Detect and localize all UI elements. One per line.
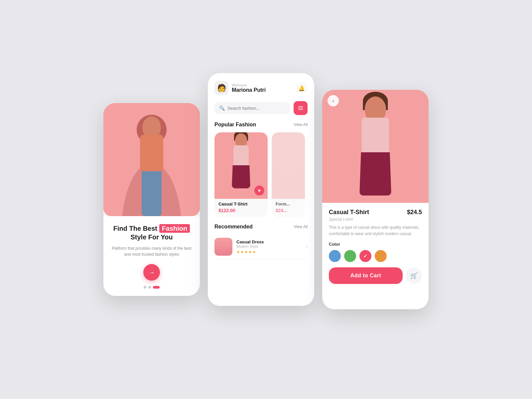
phone-main: 🧑 Welcome Mariona Putri 🔔 🔍 (208, 73, 314, 306)
search-input-wrapper[interactable]: 🔍 (214, 102, 290, 114)
phone-splash: Find The Best Fashion Style For You Plat… (103, 103, 200, 296)
detail-product-price: $24.5 (407, 209, 422, 216)
dot-3-active[interactable] (153, 286, 160, 289)
detail-hero-image: ‹ (322, 90, 429, 203)
recommended-view-all[interactable]: View All (294, 224, 308, 229)
pw-torso-1 (233, 145, 249, 169)
detail-product-header: Casual T-Shirt $24.5 (329, 209, 422, 216)
color-swatch-blue[interactable] (329, 250, 341, 262)
svg-point-1 (302, 108, 303, 109)
popular-section-header: Popular Fashion View All (214, 122, 308, 128)
dot-2[interactable] (148, 286, 151, 289)
color-swatches (329, 250, 422, 262)
woman-torso (140, 135, 163, 175)
headline-highlight: Fashion (159, 224, 190, 233)
product-2-image (272, 132, 305, 199)
welcome-label: Welcome (232, 83, 266, 87)
rec-item-image (214, 238, 232, 256)
recommended-section-header: Recommended View All (214, 224, 308, 230)
rec-item-chevron: › (306, 244, 308, 250)
detail-product-subtitle: Special t-shirt (329, 217, 422, 222)
product-1-image: ♥ (214, 132, 268, 199)
detail-pw-torso (362, 118, 389, 158)
wishlist-button-1[interactable]: ♥ (254, 186, 264, 196)
back-icon: ‹ (332, 98, 334, 103)
action-row: Add to Cart 🛒 (329, 267, 422, 284)
splash-content: Find The Best Fashion Style For You Plat… (103, 216, 200, 296)
color-swatch-orange[interactable] (375, 250, 387, 262)
pagination-dots (144, 286, 160, 289)
product-card-2[interactable]: Form... $24... (272, 132, 305, 217)
color-label: Color (329, 242, 422, 247)
phones-container: Find The Best Fashion Style For You Plat… (90, 76, 442, 323)
product-woman-1 (226, 133, 256, 198)
cart-icon-button[interactable]: 🛒 (406, 268, 422, 284)
detail-product-title: Casual T-Shirt (329, 209, 369, 216)
filter-button[interactable] (294, 101, 308, 115)
splash-hero-image (103, 103, 200, 216)
cart-icon: 🛒 (410, 272, 418, 279)
products-scroll: ♥ Casual T-Shirt $122.00 Form... $24... (214, 132, 308, 217)
detail-content: Casual T-Shirt $24.5 Special t-shirt Thi… (322, 203, 429, 290)
popular-title: Popular Fashion (214, 122, 256, 128)
product-2-info: Form... $24... (272, 199, 305, 213)
rec-item-info: Casual Dress Modern Style ★★★★★ (236, 239, 302, 254)
notification-bell[interactable]: 🔔 (296, 82, 308, 94)
splash-headline: Find The Best Fashion Style For You (113, 224, 190, 241)
headline-text-1: Find The Best (113, 225, 159, 232)
color-swatch-pink[interactable] (359, 250, 371, 262)
recommended-item-1[interactable]: Casual Dress Modern Style ★★★★★ › (214, 234, 308, 259)
woman-legs (142, 171, 162, 216)
product-card-1[interactable]: ♥ Casual T-Shirt $122.00 (214, 132, 268, 217)
svg-point-0 (299, 106, 300, 107)
search-input[interactable] (227, 106, 286, 111)
pw-skirt-1 (232, 165, 250, 189)
detail-pw-skirt (359, 152, 391, 196)
woman-figure (130, 116, 173, 216)
splash-cta-button[interactable]: → (143, 264, 160, 281)
color-swatch-green[interactable] (344, 250, 356, 262)
recommended-title: Recommended (214, 224, 253, 230)
user-info: 🧑 Welcome Mariona Putri (214, 81, 266, 95)
app-header: 🧑 Welcome Mariona Putri 🔔 (214, 81, 308, 95)
user-text-block: Welcome Mariona Putri (232, 83, 266, 93)
product-1-price: $122.00 (218, 208, 264, 213)
cta-arrow-icon: → (148, 269, 155, 276)
dot-1[interactable] (144, 286, 146, 289)
search-icon: 🔍 (219, 105, 225, 111)
user-avatar: 🧑 (214, 81, 228, 95)
rec-item-stars: ★★★★★ (236, 250, 302, 254)
splash-woman-bg (103, 103, 200, 216)
rec-item-style: Modern Style (236, 244, 302, 248)
detail-woman-figure (349, 96, 402, 203)
product-2-price: $24... (276, 208, 301, 213)
user-name: Mariona Putri (232, 87, 266, 93)
product-1-info: Casual T-Shirt $122.00 (214, 199, 268, 213)
popular-view-all[interactable]: View All (294, 122, 308, 127)
color-section: Color (329, 242, 422, 262)
product-1-name: Casual T-Shirt (218, 201, 264, 206)
headline-text-2: Style For You (130, 233, 173, 241)
phone-detail: ‹ Casual T-Shirt $24.5 Special t-shirt T… (322, 90, 429, 309)
add-to-cart-button[interactable]: Add to Cart (329, 267, 403, 284)
svg-point-2 (299, 109, 300, 110)
filter-icon (298, 105, 304, 111)
product-2-name: Form... (276, 201, 301, 206)
splash-subtext: Platform that provides many kinds of the… (110, 245, 193, 257)
detail-product-desc: This is a type of casual dress with qual… (329, 224, 422, 237)
rec-item-name: Casual Dress (236, 239, 302, 244)
app-content: 🧑 Welcome Mariona Putri 🔔 🔍 (208, 73, 314, 306)
search-bar: 🔍 (214, 101, 308, 115)
back-button[interactable]: ‹ (328, 95, 339, 106)
